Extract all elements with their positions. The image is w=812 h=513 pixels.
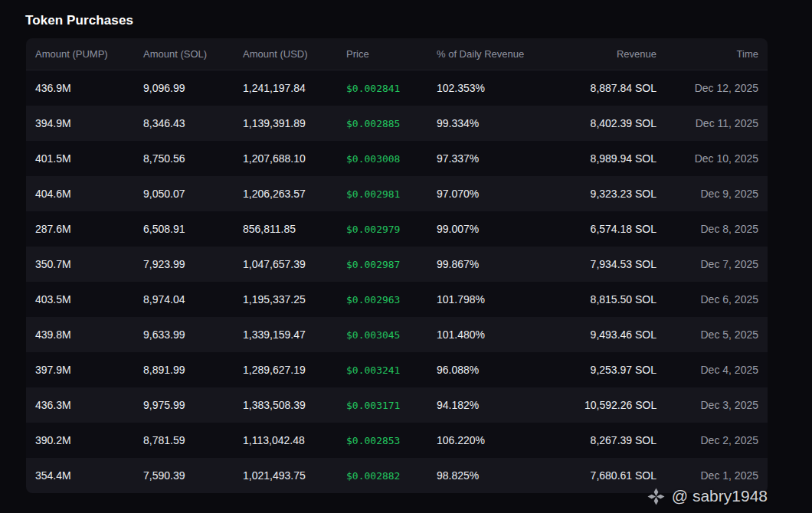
cell-pump: 287.6M — [26, 211, 134, 247]
cell-pct: 101.798% — [427, 282, 575, 317]
page-title: Token Purchases — [0, 0, 812, 38]
cell-pct: 102.353% — [427, 70, 575, 106]
cell-time: Dec 10, 2025 — [666, 141, 768, 176]
cell-usd: 1,139,391.89 — [234, 106, 337, 141]
cell-sol: 9,050.07 — [134, 176, 234, 211]
cell-pct: 94.182% — [427, 387, 575, 423]
cell-sol: 9,633.99 — [134, 317, 234, 352]
cell-revenue: 8,815.50 SOL — [575, 282, 666, 317]
cell-pump: 397.9M — [26, 352, 134, 387]
cell-revenue: 6,574.18 SOL — [575, 211, 666, 247]
column-header-revenue: Revenue — [575, 38, 666, 70]
cell-time: Dec 6, 2025 — [666, 282, 768, 317]
cell-revenue: 9,493.46 SOL — [575, 317, 666, 352]
token-purchases-table: Amount (PUMP)Amount (SOL)Amount (USD)Pri… — [26, 38, 768, 493]
cell-sol: 8,750.56 — [134, 141, 234, 176]
cell-revenue: 10,592.26 SOL — [575, 387, 666, 423]
column-header-price: Price — [337, 38, 427, 70]
cell-revenue: 8,989.94 SOL — [575, 141, 666, 176]
cell-sol: 8,781.59 — [134, 423, 234, 458]
cell-pump: 354.4M — [26, 458, 134, 493]
cell-pump: 436.9M — [26, 70, 134, 106]
cell-time: Dec 3, 2025 — [666, 387, 768, 423]
cell-usd: 856,811.85 — [234, 211, 337, 247]
table-row: 403.5M8,974.041,195,337.25$0.002963101.7… — [26, 282, 768, 317]
cell-pump: 350.7M — [26, 247, 134, 282]
cell-pump: 439.8M — [26, 317, 134, 352]
table-row: 397.9M8,891.991,289,627.19$0.00324196.08… — [26, 352, 768, 387]
cell-pct: 97.337% — [427, 141, 575, 176]
table-row: 394.9M8,346.431,139,391.89$0.00288599.33… — [26, 106, 768, 141]
cell-price: $0.002841 — [337, 70, 427, 106]
cell-price: $0.002987 — [337, 247, 427, 282]
cell-pct: 97.070% — [427, 176, 575, 211]
cell-price: $0.002885 — [337, 106, 427, 141]
cell-usd: 1,339,159.47 — [234, 317, 337, 352]
cell-price: $0.002981 — [337, 176, 427, 211]
column-header-sol: Amount (SOL) — [134, 38, 234, 70]
cell-time: Dec 7, 2025 — [666, 247, 768, 282]
column-header-usd: Amount (USD) — [234, 38, 337, 70]
table-body: 436.9M9,096.991,241,197.84$0.002841102.3… — [26, 70, 768, 494]
cell-time: Dec 4, 2025 — [666, 352, 768, 387]
cell-usd: 1,289,627.19 — [234, 352, 337, 387]
cell-pct: 99.867% — [427, 247, 575, 282]
cell-usd: 1,021,493.75 — [234, 458, 337, 493]
cell-sol: 7,590.39 — [134, 458, 234, 493]
cell-revenue: 7,680.61 SOL — [575, 458, 666, 493]
table-row: 439.8M9,633.991,339,159.47$0.003045101.4… — [26, 317, 768, 352]
table-row: 404.6M9,050.071,206,263.57$0.00298197.07… — [26, 176, 768, 211]
cell-pct: 101.480% — [427, 317, 575, 352]
column-header-pump: Amount (PUMP) — [26, 38, 134, 70]
table-row: 350.7M7,923.991,047,657.39$0.00298799.86… — [26, 247, 768, 282]
table-row: 401.5M8,750.561,207,688.10$0.00300897.33… — [26, 141, 768, 176]
cell-usd: 1,241,197.84 — [234, 70, 337, 106]
cell-sol: 9,096.99 — [134, 70, 234, 106]
column-header-time: Time — [666, 38, 768, 70]
cell-usd: 1,383,508.39 — [234, 387, 337, 423]
cell-revenue: 9,253.97 SOL — [575, 352, 666, 387]
cell-price: $0.003008 — [337, 141, 427, 176]
cell-pump: 403.5M — [26, 282, 134, 317]
cell-revenue: 7,934.53 SOL — [575, 247, 666, 282]
cell-usd: 1,207,688.10 — [234, 141, 337, 176]
cell-usd: 1,047,657.39 — [234, 247, 337, 282]
cell-time: Dec 12, 2025 — [666, 70, 768, 106]
cell-price: $0.002979 — [337, 211, 427, 247]
cell-sol: 8,346.43 — [134, 106, 234, 141]
cell-price: $0.002853 — [337, 423, 427, 458]
cell-pct: 99.334% — [427, 106, 575, 141]
cell-pump: 404.6M — [26, 176, 134, 211]
table-row: 287.6M6,508.91856,811.85$0.00297999.007%… — [26, 211, 768, 247]
cell-time: Dec 11, 2025 — [666, 106, 768, 141]
cell-pump: 394.9M — [26, 106, 134, 141]
cell-pump: 436.3M — [26, 387, 134, 423]
table-row: 436.9M9,096.991,241,197.84$0.002841102.3… — [26, 70, 768, 106]
cell-pct: 96.088% — [427, 352, 575, 387]
cell-price: $0.003045 — [337, 317, 427, 352]
cell-sol: 6,508.91 — [134, 211, 234, 247]
cell-sol: 8,974.04 — [134, 282, 234, 317]
column-header-pct: % of Daily Revenue — [427, 38, 575, 70]
cell-pct: 99.007% — [427, 211, 575, 247]
cell-price: $0.002963 — [337, 282, 427, 317]
cell-time: Dec 2, 2025 — [666, 423, 768, 458]
cell-sol: 7,923.99 — [134, 247, 234, 282]
cell-revenue: 8,402.39 SOL — [575, 106, 666, 141]
cell-time: Dec 5, 2025 — [666, 317, 768, 352]
cell-pump: 390.2M — [26, 423, 134, 458]
cell-revenue: 8,267.39 SOL — [575, 423, 666, 458]
cell-price: $0.002882 — [337, 458, 427, 493]
cell-pct: 106.220% — [427, 423, 575, 458]
cell-revenue: 9,323.23 SOL — [575, 176, 666, 211]
table-header: Amount (PUMP)Amount (SOL)Amount (USD)Pri… — [26, 38, 768, 70]
cell-pump: 401.5M — [26, 141, 134, 176]
cell-price: $0.003241 — [337, 352, 427, 387]
table-header-row: Amount (PUMP)Amount (SOL)Amount (USD)Pri… — [26, 38, 768, 70]
cell-price: $0.003171 — [337, 387, 427, 423]
table-row: 390.2M8,781.591,113,042.48$0.002853106.2… — [26, 423, 768, 458]
cell-time: Dec 8, 2025 — [666, 211, 768, 247]
cell-time: Dec 1, 2025 — [666, 458, 768, 493]
cell-sol: 9,975.99 — [134, 387, 234, 423]
cell-revenue: 8,887.84 SOL — [575, 70, 666, 106]
